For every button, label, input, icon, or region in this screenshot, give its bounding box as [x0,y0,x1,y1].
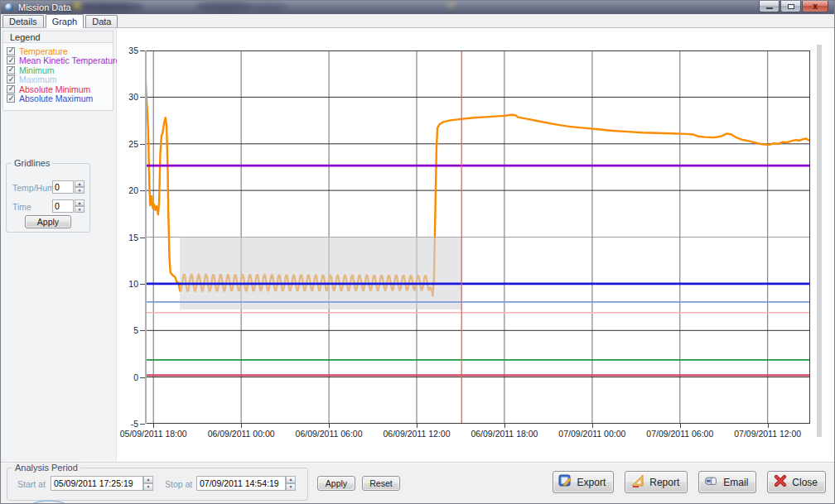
legend-items: TemperatureMean Kinetic TemperatureMinim… [3,43,113,103]
left-panel: Legend TemperatureMean Kinetic Temperatu… [1,28,117,462]
y-axis-label: 10 [117,279,138,289]
y-axis-label: 15 [117,233,138,242]
y-axis-label: 30 [117,92,138,102]
legend-item: Temperature [7,46,113,56]
x-axis-label: 07/09/2011 06:00 [635,429,726,439]
x-axis-tick [153,424,154,428]
temperature-graph-plot[interactable] [145,50,810,424]
chart-right-gutter [817,45,822,437]
y-axis-tick [140,190,145,191]
button-label: Close [792,477,818,488]
x-axis-tick [592,424,593,428]
y-axis-tick [140,144,145,145]
start-at-label: Start at [17,479,46,489]
y-axis-label: 0 [117,372,138,382]
x-axis-tick [768,424,769,428]
legend-item: Mean Kinetic Temperature [7,56,113,66]
analysis-apply-button[interactable]: Apply [317,476,355,491]
legend-item-label: Temperature [19,46,68,56]
tab-strip: DetailsGraphData [1,14,834,28]
gridlines-time-input[interactable] [52,199,74,213]
legend-item-label: Absolute Maximum [19,94,93,103]
gridlines-panel: Gridlines Temp/Humi▲▼Time▲▼ Apply [6,163,90,233]
caption-buttons: x [758,1,828,12]
y-axis-tick [140,50,145,51]
legend-checkbox[interactable] [7,47,15,55]
gridlines-time-label: Time [12,202,31,212]
titlebar-glass-artifact [195,1,253,12]
export-icon [558,473,573,491]
analysis-period-caption: Analysis Period [12,463,80,473]
legend-item: Absolute Maximum [7,94,113,104]
titlebar[interactable]: Mission Data x [1,1,834,14]
x-axis-label: 06/09/2011 12:00 [371,429,462,439]
x-axis-tick [329,424,330,428]
gridlines-apply-button[interactable]: Apply [25,215,71,228]
email-button[interactable]: Email [698,471,756,493]
graph-tab-page: Legend TemperatureMean Kinetic Temperatu… [1,28,834,462]
x-axis-tick [680,424,681,428]
y-axis-tick [140,97,145,98]
gridlines-spinner[interactable]: ▲▼ [75,180,84,194]
legend-checkbox[interactable] [7,66,15,74]
y-axis-label: 20 [117,185,138,195]
stop-at-label: Stop at [165,479,192,489]
window-close-button[interactable]: x [802,1,828,12]
titlebar-glass-artifact [446,2,456,7]
x-axis-label: 06/09/2011 18:00 [459,429,550,439]
legend-panel: Legend TemperatureMean Kinetic Temperatu… [2,31,113,111]
y-axis-label: -5 [117,419,138,429]
legend-item-label: Minimum [19,65,55,75]
titlebar-glass-artifact [249,2,287,11]
mission-data-window: Mission Data x DetailsGraphData Legend T… [0,0,835,504]
x-axis-tick [504,424,505,428]
email-icon [704,473,719,491]
chart-area: -50510152025303505/09/2011 18:0006/09/20… [117,28,834,462]
action-buttons: ExportReportEmailClose [553,471,826,493]
start-at-input[interactable] [51,476,143,491]
x-axis-label: 06/09/2011 06:00 [283,429,374,439]
stop-at-spinner[interactable]: ▲▼ [286,476,296,491]
x-axis-label: 05/09/2011 18:00 [108,429,199,439]
x-axis-tick [417,424,418,428]
legend-item-label: Maximum [19,74,57,84]
legend-checkbox[interactable] [7,56,15,65]
minimize-icon [766,7,773,9]
legend-checkbox[interactable] [7,85,15,94]
gridlines-temp-humi-input[interactable] [52,180,74,194]
x-axis-label: 07/09/2011 00:00 [547,429,638,439]
close-icon [773,473,788,491]
y-axis-label: 5 [117,325,138,335]
stop-at-input[interactable] [196,476,286,491]
window-title: Mission Data [18,2,71,12]
tab-data[interactable]: Data [85,15,118,27]
y-axis-tick [140,424,145,425]
close-button[interactable]: Close [767,471,826,493]
gridlines-temp-humi-label: Temp/Humi [12,183,56,193]
legend-checkbox[interactable] [7,75,15,84]
report-icon [630,473,645,491]
gridlines-spinner[interactable]: ▲▼ [75,199,84,213]
export-button[interactable]: Export [553,471,615,493]
x-axis-label: 06/09/2011 00:00 [195,429,287,439]
x-axis-tick [241,424,242,428]
app-icon [5,3,13,12]
titlebar-glass-artifact [74,2,81,9]
y-axis-label: 35 [117,46,138,55]
report-button[interactable]: Report [625,471,688,493]
button-label: Report [649,477,679,488]
gridlines-caption: Gridlines [12,158,52,168]
minimize-button[interactable] [759,1,779,12]
tab-details[interactable]: Details [2,15,44,27]
legend-checkbox[interactable] [7,94,15,103]
legend-item: Absolute Minimum [7,84,113,94]
legend-item-label: Absolute Minimum [19,84,90,94]
y-axis-tick [140,238,145,238]
start-at-spinner[interactable]: ▲▼ [143,476,153,491]
analysis-period-panel: Analysis Period Start at ▲▼ Stop at ▲▼ [7,468,308,501]
y-axis-label: 25 [117,139,138,149]
analysis-reset-button[interactable]: Reset [362,476,400,491]
maximize-button[interactable] [780,1,801,12]
tab-graph[interactable]: Graph [46,14,84,28]
x-axis-label: 07/09/2011 12:00 [722,429,813,439]
